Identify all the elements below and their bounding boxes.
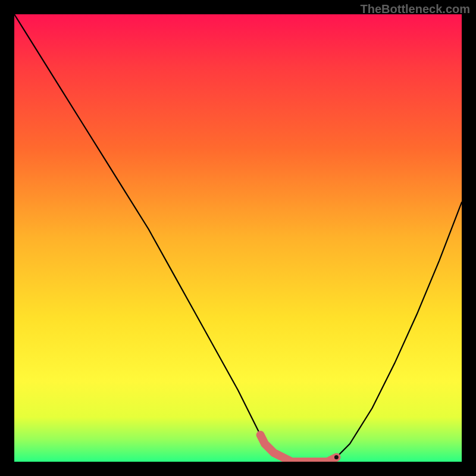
watermark: TheBottleneck.com [361,2,470,16]
bottleneck-curve-svg [14,14,462,462]
chart-frame: TheBottleneck.com [0,0,476,476]
marker-dot [334,455,339,459]
plot-area [14,14,462,462]
optimal-range-highlight [261,435,337,462]
bottleneck-curve [14,14,462,462]
